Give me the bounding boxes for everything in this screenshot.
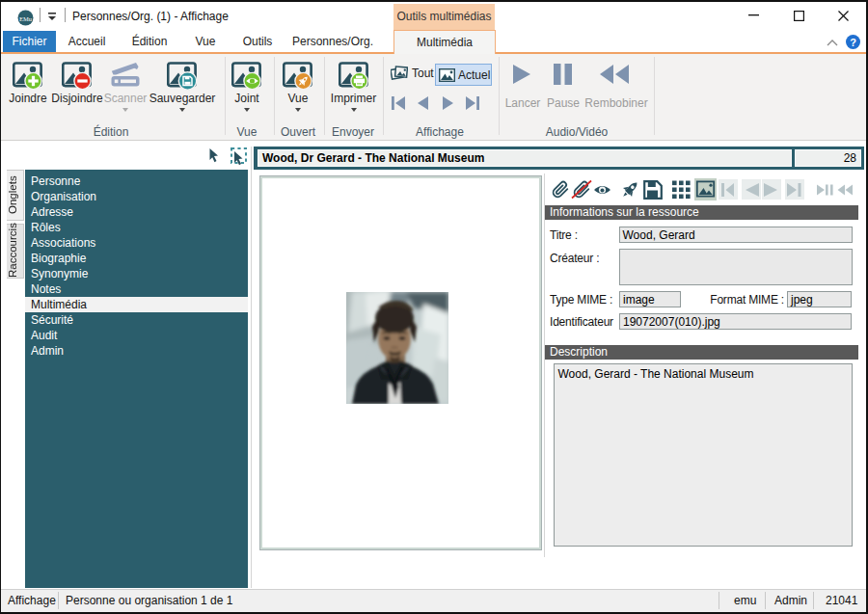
svg-text:EMu: EMu — [19, 15, 33, 22]
svg-text:?: ? — [850, 37, 856, 48]
